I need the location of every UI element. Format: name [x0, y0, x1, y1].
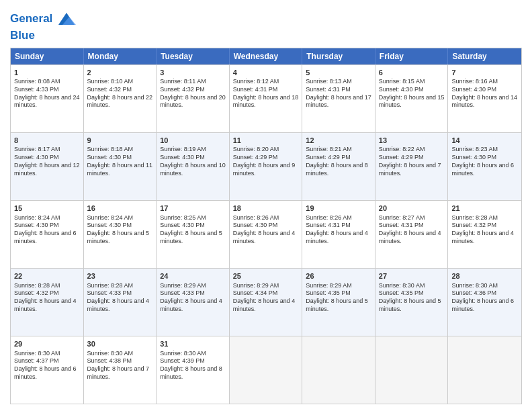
day-number: 10	[160, 136, 226, 146]
day-cell-14: 14 Sunrise: 8:23 AMSunset: 4:30 PMDaylig…	[448, 133, 521, 200]
empty-cell	[230, 336, 303, 404]
cell-info: Sunrise: 8:26 AMSunset: 4:31 PMDaylight:…	[306, 214, 371, 246]
day-number: 16	[87, 203, 153, 214]
day-number: 28	[451, 271, 518, 281]
header: General Blue	[10, 10, 522, 42]
day-cell-6: 6 Sunrise: 8:15 AMSunset: 4:30 PMDayligh…	[375, 65, 449, 132]
day-number: 24	[160, 271, 226, 281]
page: General Blue SundayMondayTuesdayWednesda…	[0, 0, 532, 411]
day-number: 27	[379, 271, 445, 281]
cell-info: Sunrise: 8:28 AMSunset: 4:32 PMDaylight:…	[451, 214, 518, 246]
day-number: 12	[306, 136, 371, 146]
day-cell-22: 22 Sunrise: 8:28 AMSunset: 4:32 PMDaylig…	[11, 269, 84, 336]
cell-info: Sunrise: 8:29 AMSunset: 4:35 PMDaylight:…	[306, 282, 371, 314]
cell-info: Sunrise: 8:19 AMSunset: 4:30 PMDaylight:…	[160, 146, 226, 177]
day-cell-10: 10 Sunrise: 8:19 AMSunset: 4:30 PMDaylig…	[157, 133, 230, 200]
day-number: 30	[87, 339, 153, 349]
empty-cell	[448, 336, 521, 404]
day-number: 15	[14, 203, 80, 214]
cell-info: Sunrise: 8:11 AMSunset: 4:32 PMDaylight:…	[160, 78, 226, 109]
header-cell-tuesday: Tuesday	[157, 48, 230, 64]
cell-info: Sunrise: 8:30 AMSunset: 4:36 PMDaylight:…	[451, 282, 518, 314]
day-cell-11: 11 Sunrise: 8:20 AMSunset: 4:29 PMDaylig…	[230, 133, 303, 200]
cell-info: Sunrise: 8:29 AMSunset: 4:33 PMDaylight:…	[160, 282, 226, 314]
cell-info: Sunrise: 8:29 AMSunset: 4:34 PMDaylight:…	[233, 282, 299, 314]
cell-info: Sunrise: 8:18 AMSunset: 4:30 PMDaylight:…	[87, 146, 153, 177]
cell-info: Sunrise: 8:24 AMSunset: 4:30 PMDaylight:…	[14, 214, 80, 246]
day-number: 1	[14, 68, 80, 78]
day-cell-19: 19 Sunrise: 8:26 AMSunset: 4:31 PMDaylig…	[302, 201, 375, 268]
cell-info: Sunrise: 8:23 AMSunset: 4:30 PMDaylight:…	[451, 146, 518, 177]
cell-info: Sunrise: 8:12 AMSunset: 4:31 PMDaylight:…	[233, 78, 299, 109]
cell-info: Sunrise: 8:22 AMSunset: 4:29 PMDaylight:…	[379, 146, 445, 177]
empty-cell	[375, 336, 449, 404]
header-cell-sunday: Sunday	[11, 48, 84, 64]
day-cell-25: 25 Sunrise: 8:29 AMSunset: 4:34 PMDaylig…	[230, 269, 303, 336]
day-number: 6	[379, 68, 445, 78]
cell-info: Sunrise: 8:30 AMSunset: 4:35 PMDaylight:…	[379, 282, 445, 314]
day-cell-18: 18 Sunrise: 8:26 AMSunset: 4:30 PMDaylig…	[230, 201, 303, 268]
cell-info: Sunrise: 8:27 AMSunset: 4:31 PMDaylight:…	[379, 214, 445, 246]
cell-info: Sunrise: 8:28 AMSunset: 4:32 PMDaylight:…	[14, 282, 80, 314]
cell-info: Sunrise: 8:21 AMSunset: 4:29 PMDaylight:…	[306, 146, 371, 177]
day-number: 8	[14, 136, 80, 146]
day-cell-9: 9 Sunrise: 8:18 AMSunset: 4:30 PMDayligh…	[84, 133, 157, 200]
logo-general: General	[10, 12, 52, 25]
logo-icon	[57, 10, 76, 29]
cell-info: Sunrise: 8:13 AMSunset: 4:31 PMDaylight:…	[306, 78, 371, 109]
calendar-body: 1 Sunrise: 8:08 AMSunset: 4:33 PMDayligh…	[11, 64, 521, 404]
day-cell-24: 24 Sunrise: 8:29 AMSunset: 4:33 PMDaylig…	[157, 269, 230, 336]
cell-info: Sunrise: 8:28 AMSunset: 4:33 PMDaylight:…	[87, 282, 153, 314]
day-number: 25	[233, 271, 299, 281]
day-cell-5: 5 Sunrise: 8:13 AMSunset: 4:31 PMDayligh…	[302, 65, 375, 132]
header-cell-saturday: Saturday	[448, 48, 521, 64]
day-cell-23: 23 Sunrise: 8:28 AMSunset: 4:33 PMDaylig…	[84, 269, 157, 336]
day-number: 18	[233, 203, 299, 214]
day-number: 7	[451, 68, 518, 78]
calendar-row-2: 8 Sunrise: 8:17 AMSunset: 4:30 PMDayligh…	[11, 132, 521, 200]
cell-info: Sunrise: 8:26 AMSunset: 4:30 PMDaylight:…	[233, 214, 299, 246]
logo-blue: Blue	[10, 29, 76, 42]
day-cell-31: 31 Sunrise: 8:30 AMSunset: 4:39 PMDaylig…	[157, 336, 230, 404]
day-number: 23	[87, 271, 153, 281]
day-number: 14	[451, 136, 518, 146]
cell-info: Sunrise: 8:17 AMSunset: 4:30 PMDaylight:…	[14, 146, 80, 177]
day-cell-30: 30 Sunrise: 8:30 AMSunset: 4:38 PMDaylig…	[84, 336, 157, 404]
day-cell-8: 8 Sunrise: 8:17 AMSunset: 4:30 PMDayligh…	[11, 133, 84, 200]
day-number: 20	[379, 203, 445, 214]
calendar-row-3: 15 Sunrise: 8:24 AMSunset: 4:30 PMDaylig…	[11, 200, 521, 268]
cell-info: Sunrise: 8:30 AMSunset: 4:38 PMDaylight:…	[87, 350, 153, 381]
cell-info: Sunrise: 8:16 AMSunset: 4:30 PMDaylight:…	[451, 78, 518, 109]
day-cell-7: 7 Sunrise: 8:16 AMSunset: 4:30 PMDayligh…	[448, 65, 521, 132]
calendar-row-4: 22 Sunrise: 8:28 AMSunset: 4:32 PMDaylig…	[11, 268, 521, 336]
cell-info: Sunrise: 8:25 AMSunset: 4:30 PMDaylight:…	[160, 214, 226, 246]
day-number: 17	[160, 203, 226, 214]
day-cell-26: 26 Sunrise: 8:29 AMSunset: 4:35 PMDaylig…	[302, 269, 375, 336]
calendar-header: SundayMondayTuesdayWednesdayThursdayFrid…	[11, 48, 521, 64]
header-cell-wednesday: Wednesday	[230, 48, 303, 64]
day-cell-21: 21 Sunrise: 8:28 AMSunset: 4:32 PMDaylig…	[448, 201, 521, 268]
day-number: 4	[233, 68, 299, 78]
day-number: 11	[233, 136, 299, 146]
day-cell-29: 29 Sunrise: 8:30 AMSunset: 4:37 PMDaylig…	[11, 336, 84, 404]
calendar-row-1: 1 Sunrise: 8:08 AMSunset: 4:33 PMDayligh…	[11, 64, 521, 132]
day-cell-28: 28 Sunrise: 8:30 AMSunset: 4:36 PMDaylig…	[448, 269, 521, 336]
day-cell-1: 1 Sunrise: 8:08 AMSunset: 4:33 PMDayligh…	[11, 65, 84, 132]
day-number: 2	[87, 68, 153, 78]
day-cell-2: 2 Sunrise: 8:10 AMSunset: 4:32 PMDayligh…	[84, 65, 157, 132]
cell-info: Sunrise: 8:10 AMSunset: 4:32 PMDaylight:…	[87, 78, 153, 109]
day-cell-13: 13 Sunrise: 8:22 AMSunset: 4:29 PMDaylig…	[375, 133, 449, 200]
cell-info: Sunrise: 8:24 AMSunset: 4:30 PMDaylight:…	[87, 214, 153, 246]
day-number: 29	[14, 339, 80, 349]
day-number: 5	[306, 68, 371, 78]
cell-info: Sunrise: 8:20 AMSunset: 4:29 PMDaylight:…	[233, 146, 299, 177]
cell-info: Sunrise: 8:30 AMSunset: 4:39 PMDaylight:…	[160, 350, 226, 381]
day-number: 3	[160, 68, 226, 78]
cell-info: Sunrise: 8:08 AMSunset: 4:33 PMDaylight:…	[14, 78, 80, 109]
day-number: 31	[160, 339, 226, 349]
day-number: 26	[306, 271, 371, 281]
day-cell-15: 15 Sunrise: 8:24 AMSunset: 4:30 PMDaylig…	[11, 201, 84, 268]
logo: General Blue	[10, 10, 76, 42]
day-cell-12: 12 Sunrise: 8:21 AMSunset: 4:29 PMDaylig…	[302, 133, 375, 200]
day-cell-4: 4 Sunrise: 8:12 AMSunset: 4:31 PMDayligh…	[230, 65, 303, 132]
